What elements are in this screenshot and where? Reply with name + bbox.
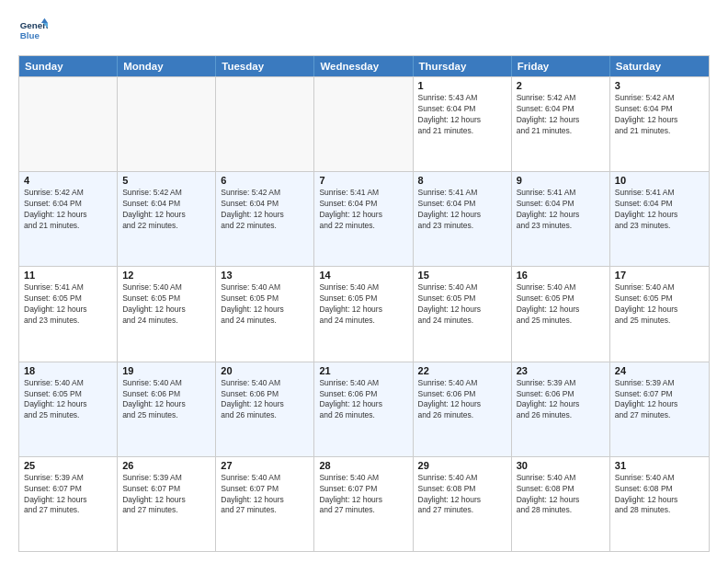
- calendar-day-18: 18Sunrise: 5:40 AM Sunset: 6:05 PM Dayli…: [19, 362, 118, 456]
- day-info: Sunrise: 5:41 AM Sunset: 6:04 PM Dayligh…: [418, 188, 506, 232]
- day-number: 23: [517, 365, 605, 376]
- calendar-day-8: 8Sunrise: 5:41 AM Sunset: 6:04 PM Daylig…: [414, 172, 512, 266]
- day-number: 10: [615, 175, 704, 186]
- day-info: Sunrise: 5:42 AM Sunset: 6:04 PM Dayligh…: [122, 188, 210, 232]
- day-number: 13: [221, 270, 309, 281]
- day-info: Sunrise: 5:41 AM Sunset: 6:04 PM Dayligh…: [517, 188, 605, 232]
- calendar-day-24: 24Sunrise: 5:39 AM Sunset: 6:07 PM Dayli…: [610, 362, 709, 456]
- calendar-day-20: 20Sunrise: 5:40 AM Sunset: 6:06 PM Dayli…: [216, 362, 314, 456]
- header: General Blue: [18, 17, 710, 46]
- day-info: Sunrise: 5:39 AM Sunset: 6:07 PM Dayligh…: [24, 473, 112, 517]
- day-info: Sunrise: 5:40 AM Sunset: 6:06 PM Dayligh…: [418, 378, 506, 422]
- calendar-day-17: 17Sunrise: 5:40 AM Sunset: 6:05 PM Dayli…: [610, 267, 709, 361]
- day-number: 7: [319, 175, 407, 186]
- day-number: 28: [319, 460, 407, 471]
- day-info: Sunrise: 5:42 AM Sunset: 6:04 PM Dayligh…: [24, 188, 112, 232]
- day-number: 15: [418, 270, 506, 281]
- calendar-day-1: 1Sunrise: 5:43 AM Sunset: 6:04 PM Daylig…: [414, 77, 512, 171]
- day-number: 2: [517, 80, 605, 91]
- day-info: Sunrise: 5:39 AM Sunset: 6:07 PM Dayligh…: [615, 378, 704, 422]
- calendar-day-4: 4Sunrise: 5:42 AM Sunset: 6:04 PM Daylig…: [19, 172, 118, 266]
- calendar-week-1: 1Sunrise: 5:43 AM Sunset: 6:04 PM Daylig…: [19, 76, 709, 171]
- header-day-thursday: Thursday: [414, 56, 512, 76]
- day-number: 24: [615, 365, 704, 376]
- calendar-day-empty: [314, 77, 413, 171]
- day-number: 22: [418, 365, 506, 376]
- day-number: 11: [24, 270, 112, 281]
- calendar-page: General Blue SundayMondayTuesdayWednesda…: [0, 0, 728, 563]
- svg-text:Blue: Blue: [20, 30, 40, 40]
- day-info: Sunrise: 5:40 AM Sunset: 6:08 PM Dayligh…: [517, 473, 605, 517]
- day-number: 20: [221, 365, 309, 376]
- day-info: Sunrise: 5:40 AM Sunset: 6:05 PM Dayligh…: [24, 378, 112, 422]
- header-day-saturday: Saturday: [610, 56, 709, 76]
- calendar-day-3: 3Sunrise: 5:42 AM Sunset: 6:04 PM Daylig…: [610, 77, 709, 171]
- calendar-week-2: 4Sunrise: 5:42 AM Sunset: 6:04 PM Daylig…: [19, 171, 709, 266]
- calendar-day-31: 31Sunrise: 5:40 AM Sunset: 6:08 PM Dayli…: [610, 457, 709, 551]
- day-info: Sunrise: 5:41 AM Sunset: 6:04 PM Dayligh…: [319, 188, 407, 232]
- day-info: Sunrise: 5:40 AM Sunset: 6:06 PM Dayligh…: [221, 378, 309, 422]
- logo-icon: General Blue: [18, 17, 48, 46]
- calendar-day-empty: [118, 77, 216, 171]
- header-day-wednesday: Wednesday: [314, 56, 413, 76]
- calendar-day-25: 25Sunrise: 5:39 AM Sunset: 6:07 PM Dayli…: [19, 457, 118, 551]
- calendar-body: 1Sunrise: 5:43 AM Sunset: 6:04 PM Daylig…: [19, 76, 709, 551]
- calendar-day-29: 29Sunrise: 5:40 AM Sunset: 6:08 PM Dayli…: [414, 457, 512, 551]
- day-number: 14: [319, 270, 407, 281]
- day-number: 6: [221, 175, 309, 186]
- logo: General Blue: [18, 17, 51, 46]
- calendar-header-row: SundayMondayTuesdayWednesdayThursdayFrid…: [19, 56, 709, 76]
- day-number: 16: [517, 270, 605, 281]
- day-number: 30: [517, 460, 605, 471]
- header-day-sunday: Sunday: [19, 56, 118, 76]
- day-info: Sunrise: 5:40 AM Sunset: 6:08 PM Dayligh…: [418, 473, 506, 517]
- calendar-day-30: 30Sunrise: 5:40 AM Sunset: 6:08 PM Dayli…: [512, 457, 610, 551]
- calendar-day-27: 27Sunrise: 5:40 AM Sunset: 6:07 PM Dayli…: [216, 457, 314, 551]
- day-number: 31: [615, 460, 704, 471]
- day-number: 21: [319, 365, 407, 376]
- calendar-day-empty: [216, 77, 314, 171]
- day-info: Sunrise: 5:40 AM Sunset: 6:05 PM Dayligh…: [615, 282, 704, 327]
- header-day-tuesday: Tuesday: [216, 56, 314, 76]
- calendar: SundayMondayTuesdayWednesdayThursdayFrid…: [18, 55, 710, 552]
- header-day-friday: Friday: [512, 56, 610, 76]
- day-number: 8: [418, 175, 506, 186]
- day-number: 18: [24, 365, 112, 376]
- day-number: 1: [418, 80, 506, 91]
- day-info: Sunrise: 5:40 AM Sunset: 6:05 PM Dayligh…: [221, 282, 309, 327]
- calendar-day-9: 9Sunrise: 5:41 AM Sunset: 6:04 PM Daylig…: [512, 172, 610, 266]
- calendar-day-12: 12Sunrise: 5:40 AM Sunset: 6:05 PM Dayli…: [118, 267, 216, 361]
- calendar-day-26: 26Sunrise: 5:39 AM Sunset: 6:07 PM Dayli…: [118, 457, 216, 551]
- calendar-day-16: 16Sunrise: 5:40 AM Sunset: 6:05 PM Dayli…: [512, 267, 610, 361]
- calendar-day-15: 15Sunrise: 5:40 AM Sunset: 6:05 PM Dayli…: [414, 267, 512, 361]
- day-number: 19: [122, 365, 210, 376]
- day-number: 4: [24, 175, 112, 186]
- day-info: Sunrise: 5:42 AM Sunset: 6:04 PM Dayligh…: [221, 188, 309, 232]
- day-info: Sunrise: 5:40 AM Sunset: 6:05 PM Dayligh…: [122, 282, 210, 327]
- day-number: 17: [615, 270, 704, 281]
- calendar-day-28: 28Sunrise: 5:40 AM Sunset: 6:07 PM Dayli…: [314, 457, 413, 551]
- calendar-week-3: 11Sunrise: 5:41 AM Sunset: 6:05 PM Dayli…: [19, 266, 709, 361]
- day-info: Sunrise: 5:40 AM Sunset: 6:07 PM Dayligh…: [221, 473, 309, 517]
- day-info: Sunrise: 5:39 AM Sunset: 6:06 PM Dayligh…: [517, 378, 605, 422]
- calendar-day-14: 14Sunrise: 5:40 AM Sunset: 6:05 PM Dayli…: [314, 267, 413, 361]
- calendar-week-4: 18Sunrise: 5:40 AM Sunset: 6:05 PM Dayli…: [19, 362, 709, 456]
- day-number: 25: [24, 460, 112, 471]
- day-number: 29: [418, 460, 506, 471]
- calendar-day-2: 2Sunrise: 5:42 AM Sunset: 6:04 PM Daylig…: [512, 77, 610, 171]
- day-info: Sunrise: 5:42 AM Sunset: 6:04 PM Dayligh…: [517, 93, 605, 137]
- calendar-day-23: 23Sunrise: 5:39 AM Sunset: 6:06 PM Dayli…: [512, 362, 610, 456]
- day-number: 27: [221, 460, 309, 471]
- calendar-day-13: 13Sunrise: 5:40 AM Sunset: 6:05 PM Dayli…: [216, 267, 314, 361]
- day-number: 5: [122, 175, 210, 186]
- day-info: Sunrise: 5:42 AM Sunset: 6:04 PM Dayligh…: [615, 93, 704, 137]
- day-info: Sunrise: 5:40 AM Sunset: 6:06 PM Dayligh…: [122, 378, 210, 422]
- calendar-day-6: 6Sunrise: 5:42 AM Sunset: 6:04 PM Daylig…: [216, 172, 314, 266]
- calendar-day-21: 21Sunrise: 5:40 AM Sunset: 6:06 PM Dayli…: [314, 362, 413, 456]
- day-info: Sunrise: 5:40 AM Sunset: 6:08 PM Dayligh…: [615, 473, 704, 517]
- calendar-day-7: 7Sunrise: 5:41 AM Sunset: 6:04 PM Daylig…: [314, 172, 413, 266]
- day-info: Sunrise: 5:41 AM Sunset: 6:04 PM Dayligh…: [615, 188, 704, 232]
- day-number: 3: [615, 80, 704, 91]
- calendar-day-11: 11Sunrise: 5:41 AM Sunset: 6:05 PM Dayli…: [19, 267, 118, 361]
- day-info: Sunrise: 5:41 AM Sunset: 6:05 PM Dayligh…: [24, 282, 112, 327]
